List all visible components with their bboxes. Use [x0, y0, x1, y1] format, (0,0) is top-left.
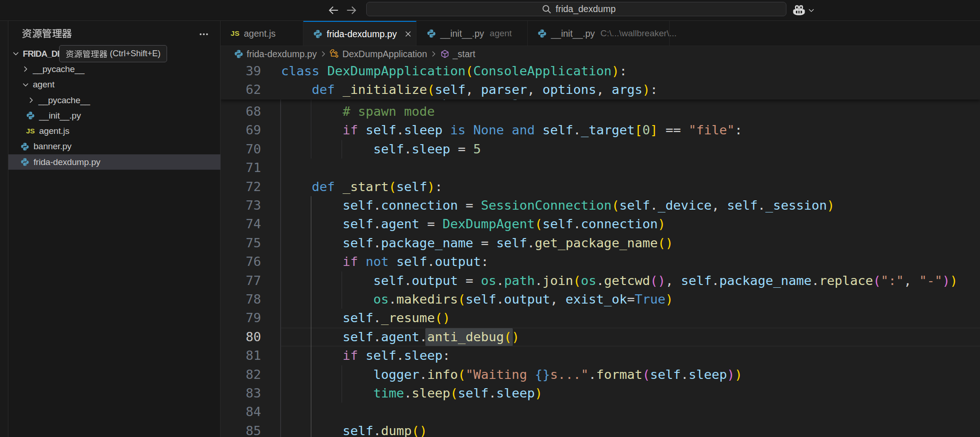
- cjk-glyph: [99, 50, 107, 58]
- code-token: [358, 254, 366, 269]
- indent-guide: [311, 328, 312, 346]
- indent-guide: [311, 234, 312, 252]
- code-token: self: [366, 348, 396, 363]
- cjk-glyph: [82, 50, 91, 58]
- code-token: [281, 142, 373, 156]
- cjk-glyph: [66, 50, 74, 58]
- code-line-72: def _start(self):: [281, 178, 443, 196]
- code-token: ,: [466, 82, 474, 97]
- code-token: [281, 386, 373, 400]
- tree-item-label: banner.py: [34, 139, 72, 154]
- breadcrumb-item--start[interactable]: _start: [440, 49, 476, 60]
- vscode-window: frida_dexdump FRIDA_DEXDUMP__pycache__ag…: [0, 0, 980, 437]
- code-line-39: class DexDumpApplication(ConsoleApplicat…: [281, 62, 627, 80]
- code-line-80: self.agent.anti_debug(): [281, 328, 519, 346]
- code-editor[interactable]: 67 if options.logcat:68 # spawn mode69 i…: [221, 62, 980, 437]
- code-token: [535, 82, 543, 97]
- explorer-title: [22, 28, 72, 39]
- code-token: .: [573, 123, 581, 137]
- code-token: [281, 82, 312, 97]
- line-number-68: 68: [221, 102, 261, 121]
- code-token: options: [543, 82, 597, 97]
- forward-button[interactable]: [346, 5, 357, 16]
- search-icon: [542, 4, 552, 14]
- code-token: (: [458, 367, 466, 382]
- breadcrumb-item-dexdumpapplication[interactable]: DexDumpApplication: [330, 49, 427, 60]
- code-token: .: [497, 273, 504, 288]
- code-token: [466, 123, 474, 137]
- line-number-70: 70: [221, 140, 261, 159]
- indent-guide: [280, 196, 281, 215]
- code-token: [281, 311, 342, 325]
- python-file-icon: [26, 108, 35, 123]
- line-number-75: 75: [221, 234, 261, 252]
- line-number-62: 62: [221, 80, 261, 99]
- code-token: ): [611, 64, 619, 78]
- tab--init-py[interactable]: __init__.pyagent: [417, 21, 528, 46]
- code-token: .: [419, 367, 427, 382]
- code-token: .: [396, 348, 404, 363]
- code-token: :: [650, 82, 658, 97]
- line-number-83: 83: [221, 384, 261, 403]
- code-token: .: [758, 198, 765, 212]
- code-line-74: self.agent = DexDumpAgent(self.connectio…: [281, 215, 665, 233]
- tab-agent-js[interactable]: JSagent.js: [221, 21, 303, 46]
- code-token: ): [665, 292, 673, 306]
- copilot-button[interactable]: [793, 3, 822, 17]
- code-token: [458, 273, 466, 288]
- code-token: =: [458, 142, 466, 156]
- tree-item-banner-py[interactable]: banner.py: [8, 139, 221, 154]
- code-token: [281, 236, 342, 250]
- code-token: .: [373, 424, 381, 437]
- tab-label: __init__.py: [551, 28, 595, 39]
- code-token: self: [681, 273, 712, 288]
- tree-item-agent-js[interactable]: JSagent.js: [8, 124, 221, 139]
- breadcrumb-item-frida-dexdump-py[interactable]: frida-dexdump.py: [234, 49, 317, 60]
- code-token: ): [658, 273, 666, 288]
- code-token: if: [342, 254, 358, 269]
- code-token: [719, 198, 727, 212]
- code-token: (: [465, 64, 473, 78]
- tab-frida-dexdump-py[interactable]: frida-dexdump.py: [303, 21, 416, 46]
- indent-guide: [311, 121, 312, 139]
- code-token: "-": [919, 273, 942, 288]
- tab-label: frida-dexdump.py: [327, 29, 397, 40]
- code-token: [466, 142, 474, 156]
- indent-guide: [280, 346, 281, 365]
- code-line-76: if not self.output:: [281, 252, 489, 271]
- close-icon[interactable]: [404, 30, 412, 38]
- tree-item-frida-dexdump-py[interactable]: frida-dexdump.py: [8, 154, 221, 170]
- tree-item--pycache-[interactable]: __pycache__: [8, 93, 221, 108]
- cjk-glyph: [42, 28, 52, 39]
- tree-item-agent[interactable]: agent: [8, 77, 221, 93]
- line-number-39: 39: [221, 62, 261, 80]
- tree-item-label: agent.js: [39, 124, 69, 139]
- code-token: path: [504, 273, 535, 288]
- command-center-search[interactable]: frida_dexdump: [366, 2, 786, 16]
- copilot-icon: [793, 5, 805, 16]
- back-button[interactable]: [328, 5, 339, 16]
- code-token: sleep: [404, 123, 443, 137]
- tab-bar: JSagent.jsfrida-dexdump.py__init__.pyage…: [221, 21, 980, 46]
- tree-item--init-py[interactable]: __init__.py: [8, 108, 221, 123]
- code-token: get_package_name: [535, 236, 658, 250]
- code-token: self: [396, 254, 427, 269]
- code-token: os: [373, 292, 389, 306]
- chevron-down-icon: [808, 7, 815, 14]
- code-token: [335, 179, 343, 194]
- code-token: self: [342, 217, 373, 231]
- code-token: if: [342, 348, 358, 363]
- code-token: .: [373, 198, 381, 212]
- code-token: (: [650, 273, 658, 288]
- code-token: [473, 273, 481, 288]
- code-token: def: [312, 179, 335, 194]
- tree-item--pycache-[interactable]: __pycache__: [8, 61, 221, 77]
- code-token: ":": [881, 273, 904, 288]
- code-token: :: [735, 123, 743, 137]
- indent-guide: [342, 290, 342, 309]
- more-actions-icon[interactable]: [199, 29, 209, 39]
- tab--init-py[interactable]: __init__.pyC:\...\wallbreaker\...: [528, 21, 670, 46]
- line-number-80: 80: [221, 328, 261, 346]
- code-token: [504, 123, 512, 137]
- code-token: replace: [819, 273, 873, 288]
